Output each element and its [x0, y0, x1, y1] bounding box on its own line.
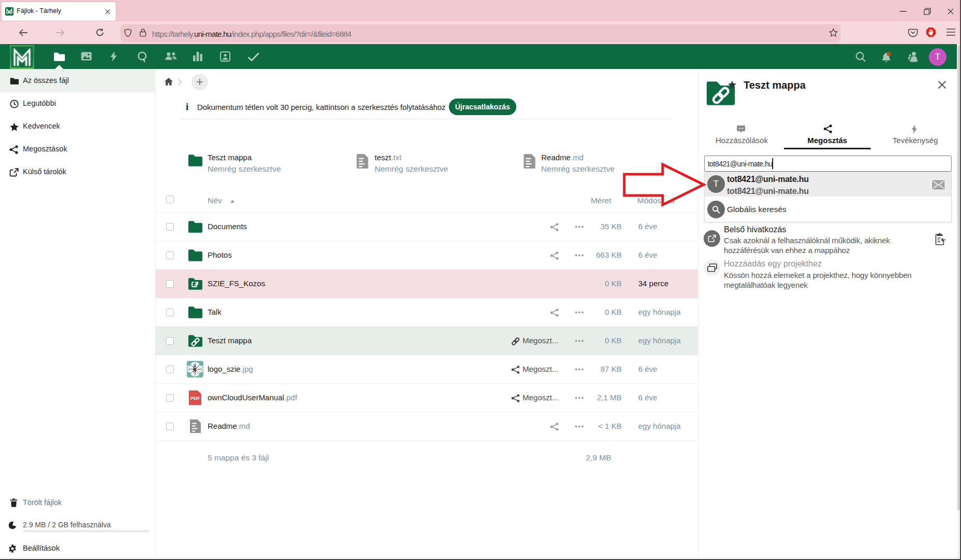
svg-text:S: S — [193, 367, 197, 374]
svg-text:PDF: PDF — [190, 395, 200, 401]
